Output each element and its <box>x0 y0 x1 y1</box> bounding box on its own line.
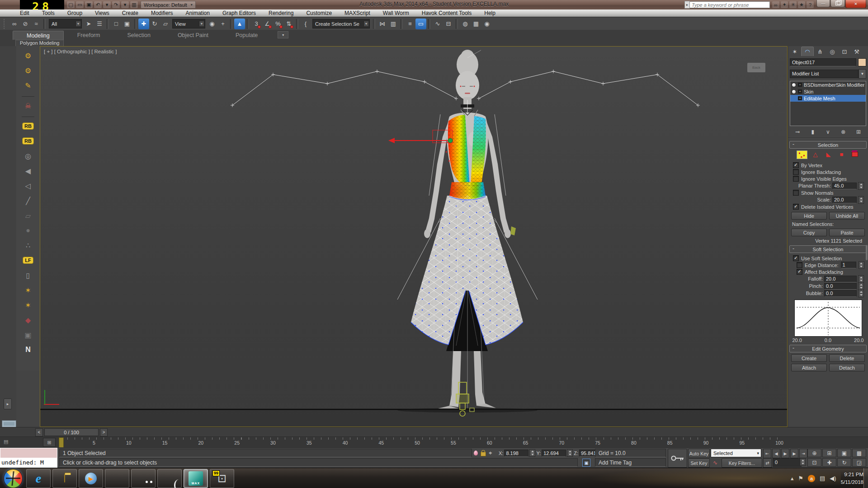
gyroscope-icon[interactable]: ◎ <box>20 149 36 163</box>
render-production-icon[interactable]: ◉ <box>481 19 492 29</box>
network-tray-icon[interactable]: ▤ <box>820 475 825 482</box>
select-and-scale-icon[interactable]: ▱ <box>160 19 171 29</box>
key-mode-toggle-button[interactable]: ⇄ <box>763 458 772 468</box>
rigid-body-badge-icon[interactable]: RB <box>20 119 36 133</box>
show-end-result-icon[interactable]: ▮ <box>808 128 818 136</box>
tab-create-icon[interactable]: ✶ <box>789 47 801 56</box>
named-selection-sets-dropdown[interactable]: Create Selection Se <box>312 19 370 28</box>
spinner-snap-icon[interactable]: ⇅ <box>283 19 294 29</box>
taskbar-3ds-max[interactable]: MAX MAX <box>184 469 208 488</box>
key-filters-button[interactable]: Key Filters... <box>722 458 762 468</box>
falloff-field[interactable]: 20.0 <box>824 276 857 282</box>
tab-utilities-icon[interactable]: ⚒ <box>851 47 863 56</box>
keyboard-shortcut-override-icon[interactable]: ▲ <box>234 19 245 29</box>
key-mode-dropdown[interactable]: Selected <box>711 449 761 457</box>
modifier-stack-row[interactable]: + Skin <box>790 88 866 95</box>
ribbon-tab[interactable]: Populate <box>222 31 271 40</box>
modifier-enable-bulb[interactable] <box>792 89 796 94</box>
minimize-button[interactable]: — <box>816 0 830 7</box>
subobject-polygon-icon[interactable]: ■ <box>837 150 847 158</box>
pinch-field[interactable]: 0.0 <box>824 283 857 290</box>
ribbon-overflow-dropdown[interactable]: ▾ <box>278 31 288 38</box>
go-to-end-button[interactable]: ⇥ <box>799 449 807 458</box>
curve-editor-icon[interactable]: ∿ <box>432 19 443 29</box>
menu-item[interactable]: MAXScript <box>338 9 377 17</box>
copy-button[interactable]: Copy <box>791 229 827 236</box>
subobject-edge-icon[interactable]: △ <box>811 150 821 158</box>
ribbon-tab[interactable]: Freeform <box>64 31 114 40</box>
open-file-icon[interactable]: ▭ <box>76 1 84 8</box>
edge-distance-spinner[interactable] <box>859 261 864 269</box>
project-folder-icon[interactable]: ▥ <box>130 1 138 8</box>
edge-distance-checkbox[interactable] <box>797 262 802 268</box>
zoom-button[interactable]: ⊕ <box>807 449 821 457</box>
maxscript-mini-listener[interactable]: undefined: M <box>0 448 57 468</box>
help-menu-icon[interactable]: ? <box>807 1 814 8</box>
menu-item[interactable]: Graph Editors <box>216 9 262 17</box>
dark-display-icon[interactable]: ▣ <box>20 328 36 342</box>
manage-layers-icon[interactable]: ≡ <box>405 19 415 29</box>
render-setup-icon[interactable]: ◍ <box>460 19 471 29</box>
save-file-icon[interactable]: ▣ <box>85 1 93 8</box>
listener-macro-line[interactable] <box>0 448 57 458</box>
scene-explorer-expand-button[interactable]: ▸ <box>4 399 12 409</box>
mini-curve-editor-icon[interactable]: ▤ <box>4 439 8 445</box>
modifier-stack-row[interactable]: + BSDismemberSkin Modifier <box>790 81 866 88</box>
time-slider[interactable]: 0 / 100 <box>44 428 99 436</box>
subobject-vertex-icon[interactable] <box>797 150 807 159</box>
frame-spinner[interactable] <box>800 458 806 466</box>
wallworm-export-doc-icon[interactable]: ✎ <box>20 79 36 92</box>
time-tag-cube-icon[interactable]: ▣ <box>582 459 590 467</box>
redo-icon[interactable]: ↷ <box>112 1 120 8</box>
show-normals-checkbox[interactable] <box>793 190 799 196</box>
tab-hierarchy-icon[interactable]: ⋔ <box>814 47 826 56</box>
taskbar-media-player[interactable]: ▶ <box>79 469 103 488</box>
wallworm-export-model-icon[interactable]: ⚙ <box>20 49 36 62</box>
workspace-dropdown[interactable]: Workspace: Default <box>141 1 196 9</box>
close-button[interactable]: ✕ <box>845 0 866 8</box>
maroon-teapot-icon[interactable]: ◆ <box>20 313 36 327</box>
rendered-frame-window-icon[interactable]: ▦ <box>471 19 481 29</box>
ribbon-tab[interactable]: Selection <box>113 31 164 40</box>
viewport-label[interactable]: [ + ] [ Orthographic ] [ Realistic ] <box>44 49 117 54</box>
rigid-body-set-icon[interactable]: RB <box>20 134 36 148</box>
bubble-spinner[interactable] <box>858 290 864 297</box>
object-color-swatch[interactable] <box>858 58 866 66</box>
add-time-tag[interactable]: Add Time Tag <box>595 458 666 467</box>
menu-item[interactable]: Animation <box>179 9 216 17</box>
mirror-icon[interactable]: ⋈ <box>377 19 388 29</box>
destruction-star-2-icon[interactable]: ✶ <box>20 298 36 312</box>
taskbar-bodyslide[interactable] <box>157 469 182 488</box>
search-flyout-icon[interactable]: ▸ <box>684 1 690 9</box>
undo-dropdown-icon[interactable]: ▾ <box>103 1 111 8</box>
taskbar-windows-explorer[interactable] <box>52 469 77 488</box>
plane-icon[interactable]: ▱ <box>20 209 36 222</box>
planar-thresh-spinner[interactable] <box>858 182 864 190</box>
lf-fracture-badge-icon[interactable]: LF <box>20 253 36 267</box>
action-center-flag-icon[interactable]: ⚑ <box>798 475 803 482</box>
y-coordinate-field[interactable]: 12.694 <box>542 450 566 457</box>
select-by-name-icon[interactable]: ☰ <box>94 19 105 29</box>
undo-icon[interactable]: ↶ <box>94 1 102 8</box>
ignore-backfacing-checkbox[interactable] <box>793 169 799 175</box>
zoom-extents-button[interactable]: ▣ <box>837 449 851 457</box>
bubble-field[interactable]: 0.0 <box>824 290 857 297</box>
sphere-icon[interactable]: ● <box>20 224 36 237</box>
communication-center-icon[interactable]: ✳ <box>789 1 797 8</box>
search-communities-icon[interactable]: ∞ <box>772 1 779 8</box>
zoom-region-button[interactable]: ⊡ <box>807 458 821 467</box>
ribbon-tab[interactable]: Object Paint <box>164 31 222 40</box>
taskbar-gimp[interactable] <box>131 469 156 488</box>
menu-item[interactable]: Edit <box>14 9 36 17</box>
set-key-button[interactable]: Set Key <box>688 458 710 468</box>
subobject-element-icon[interactable] <box>850 150 860 158</box>
falloff-spinner[interactable] <box>858 275 864 283</box>
avast-tray-icon[interactable]: a <box>808 475 815 482</box>
menu-item[interactable]: Help <box>478 9 502 17</box>
zoom-all-button[interactable]: ⊞ <box>822 449 836 457</box>
expand-icon[interactable]: + <box>798 96 802 100</box>
unlink-selection-icon[interactable]: ⊘ <box>20 19 31 29</box>
spheres-cluster-icon[interactable]: ∴ <box>20 239 36 252</box>
menu-item[interactable]: Views <box>89 9 116 17</box>
menu-item[interactable]: Create <box>116 9 145 17</box>
